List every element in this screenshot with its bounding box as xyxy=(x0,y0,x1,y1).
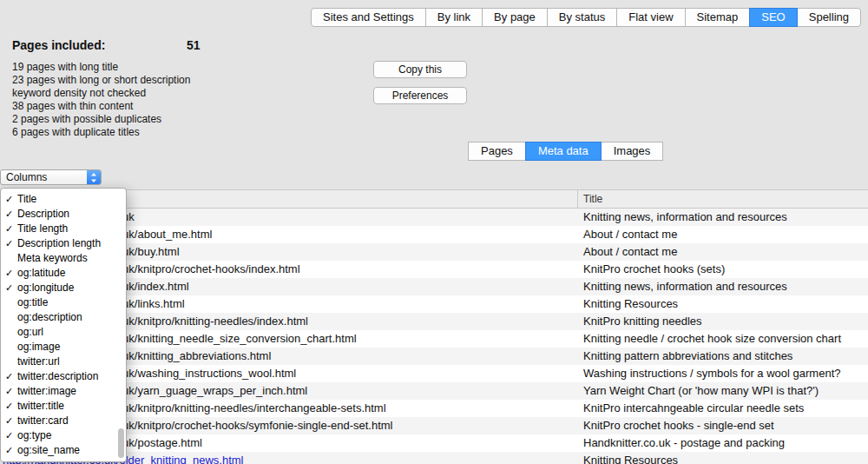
title-cell: Knitting Resources xyxy=(577,295,868,313)
columns-menu-item[interactable]: ✓ og:type xyxy=(1,428,126,443)
checkmark-icon: ✓ xyxy=(1,207,17,222)
title-cell: KnitPro intercahngeable circular needle … xyxy=(577,400,868,417)
columns-menu-item-label: twitter:image xyxy=(17,384,76,399)
columns-menu-item[interactable]: ✓ og:latitude xyxy=(1,266,126,281)
checkmark-icon: ✓ xyxy=(1,192,17,207)
data-type-tab[interactable]: Meta data xyxy=(525,142,602,161)
view-tab[interactable]: Sitemap xyxy=(685,8,751,27)
table-row[interactable]: http://handknitter.co.uk/knitpro/crochet… xyxy=(0,261,868,278)
table-row[interactable]: http://handknitter.co.uk/index.html Knit… xyxy=(0,278,868,295)
pages-included-count: 51 xyxy=(187,38,201,52)
columns-menu-item[interactable]: ✓ og:description xyxy=(1,310,126,325)
columns-menu-item-label: twitter:description xyxy=(17,369,98,384)
columns-menu-item-label: Title length xyxy=(17,222,68,236)
columns-menu-item-label: twitter:url xyxy=(17,355,60,369)
table-row[interactable]: http://handknitter.co.uk/knitpro/crochet… xyxy=(0,417,868,434)
table-row[interactable]: http://handknitter.co.uk/about_me.html A… xyxy=(0,226,868,243)
summary-lines: 19 pages with long title 23 pages with l… xyxy=(12,61,255,139)
title-cell: Knitting pattern abbreviations and stitc… xyxy=(577,348,868,365)
columns-menu-item[interactable]: ✓ twitter:description xyxy=(1,369,126,384)
title-cell: Knitting Resources xyxy=(577,452,868,464)
title-cell: KnitPro knitting needles xyxy=(577,313,868,330)
columns-menu-item-label: og:title xyxy=(17,295,48,310)
columns-menu-item-label: og:site_name xyxy=(17,443,80,458)
title-cell: KnitPro crochet hooks (sets) xyxy=(577,261,868,278)
checkmark-icon: ✓ xyxy=(1,266,17,281)
columns-menu-item[interactable]: ✓ Title length xyxy=(1,222,126,236)
data-type-tab[interactable]: Pages xyxy=(468,142,526,161)
seo-summary: Pages included: 51 19 pages with long ti… xyxy=(12,38,255,139)
columns-menu-item[interactable]: ✓ twitter:url xyxy=(1,355,126,369)
title-column-header[interactable]: Title xyxy=(577,190,868,208)
columns-menu-item-label: twitter:card xyxy=(17,414,69,428)
columns-menu-item-label: Description xyxy=(17,207,69,222)
columns-menu-item-label: og:image xyxy=(17,340,60,355)
columns-menu-item-label: og:longitude xyxy=(17,281,74,295)
summary-line: 23 pages with long or short description xyxy=(12,74,255,87)
columns-menu-item[interactable]: ✓ Description length xyxy=(1,236,126,251)
table-row[interactable]: http://handknitter.co.uk/knitpro/knittin… xyxy=(0,400,868,417)
checkmark-icon: ✓ xyxy=(1,414,17,428)
title-cell: About / contact me xyxy=(577,226,868,243)
table-row[interactable]: http://handknitter.co.uk/knitting_needle… xyxy=(0,330,868,348)
table-row[interactable]: http://handknitter.co.uk/buy.html About … xyxy=(0,243,868,261)
summary-heading-row: Pages included: 51 xyxy=(12,38,255,53)
columns-menu-item-label: og:latitude xyxy=(17,266,65,281)
summary-line: 6 pages with duplicate titles xyxy=(12,126,255,139)
checkmark-icon: ✓ xyxy=(1,443,17,458)
columns-menu-item[interactable]: ✓ og:longitude xyxy=(1,281,126,295)
menu-scrollbar-thumb[interactable] xyxy=(118,428,124,458)
view-tab[interactable]: By status xyxy=(547,8,617,27)
columns-menu-item-label: Description length xyxy=(17,236,101,251)
summary-line: 38 pages with thin content xyxy=(12,100,255,113)
columns-menu-item[interactable]: ✓ twitter:title xyxy=(1,399,126,414)
columns-menu-item[interactable]: ✓ Title xyxy=(1,192,126,207)
columns-menu-item[interactable]: ✓ og:site_name xyxy=(1,443,126,458)
columns-menu-item-label: og:url xyxy=(17,325,43,340)
copy-this-button[interactable]: Copy this xyxy=(373,61,467,78)
checkmark-icon: ✓ xyxy=(1,222,17,236)
data-type-tab[interactable]: Images xyxy=(601,142,664,161)
view-tab[interactable]: Flat view xyxy=(616,8,685,27)
view-tab[interactable]: Spelling xyxy=(797,8,861,27)
columns-menu-item[interactable]: ✓ og:url xyxy=(1,325,126,340)
columns-menu-item-label: Title xyxy=(17,192,36,207)
title-cell: Washing instructions / symbols for a woo… xyxy=(577,365,868,382)
columns-menu-item[interactable]: ✓ og:image xyxy=(1,340,126,355)
table-row[interactable]: http://handknitter.co.uk/links.html Knit… xyxy=(0,295,868,313)
table-row[interactable]: http://handknitter.co.uk/postage.html Ha… xyxy=(0,434,868,452)
view-tab[interactable]: Sites and Settings xyxy=(311,8,426,27)
preferences-button[interactable]: Preferences xyxy=(373,87,467,104)
table-row[interactable]: http://handknitter.co.uk/knitting_abbrev… xyxy=(0,348,868,365)
columns-menu-item[interactable]: ✓ twitter:card xyxy=(1,414,126,428)
columns-menu-item-label: og:description xyxy=(17,310,82,325)
title-cell: KnitPro crochet hooks - single-end set xyxy=(577,417,868,434)
table-row[interactable]: http://handknitter.co.uk/yarn_guage_wrap… xyxy=(0,382,868,400)
view-tab[interactable]: By link xyxy=(425,8,483,27)
table-row[interactable]: http://handknitter.co.uk/older_knitting_… xyxy=(0,452,868,464)
columns-menu-item[interactable]: ✓ Meta keywords xyxy=(1,251,126,266)
checkmark-icon: ✓ xyxy=(1,236,17,251)
columns-menu-item-label: twitter:title xyxy=(17,399,64,414)
view-tab[interactable]: SEO xyxy=(749,8,797,27)
view-tab[interactable]: By page xyxy=(482,8,548,27)
checkmark-icon: ✓ xyxy=(1,428,17,443)
data-type-tabs: Pages Meta data Images xyxy=(469,142,663,161)
columns-menu-item[interactable]: ✓ Description xyxy=(1,207,126,222)
view-tabs: Sites and Settings By link By page By st… xyxy=(311,8,861,27)
popup-arrows-icon xyxy=(87,170,101,184)
columns-menu-item[interactable]: ✓ og:title xyxy=(1,295,126,310)
columns-popup-label: Columns xyxy=(1,171,87,183)
table-row[interactable]: http://handknitter.co.uk/washing_instruc… xyxy=(0,365,868,382)
table-row[interactable]: http://handknitter.co.uk/knitpro/knittin… xyxy=(0,313,868,330)
checkmark-icon: ✓ xyxy=(1,399,17,414)
columns-menu: ✓ Title ✓ Description ✓ Title length ✓ D… xyxy=(0,188,127,462)
columns-popup-button[interactable]: Columns xyxy=(0,169,102,185)
title-cell: Handknitter.co.uk - postage and packing xyxy=(577,434,868,452)
columns-menu-item[interactable]: ✓ twitter:image xyxy=(1,384,126,399)
table-header-row: Title xyxy=(0,189,868,209)
title-cell: Knitting news, information and resources xyxy=(577,278,868,295)
table-row[interactable]: http://handknitter.co.uk Knitting news, … xyxy=(0,209,868,226)
checkmark-icon: ✓ xyxy=(1,281,17,295)
title-cell: Knitting needle / crochet hook size conv… xyxy=(577,330,868,348)
